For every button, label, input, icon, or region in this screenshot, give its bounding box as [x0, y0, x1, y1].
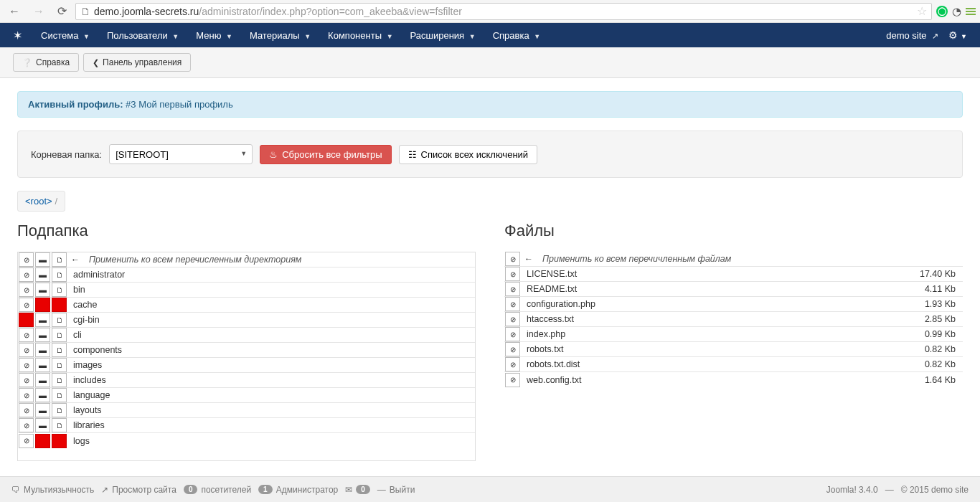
nav-item-2[interactable]: Меню ▼	[187, 24, 241, 47]
filter-toggle[interactable]: 🗋	[52, 283, 67, 297]
file-filter-toggle[interactable]: ⊘	[505, 357, 520, 371]
settings-menu[interactable]: ⚙ ▼	[948, 29, 967, 41]
file-name[interactable]: README.txt	[521, 284, 925, 294]
folder-name[interactable]: logs	[67, 436, 475, 446]
folder-name[interactable]: libraries	[67, 420, 475, 430]
multilang-link[interactable]: 🗨Мультиязычность	[11, 485, 94, 495]
filter-toggle[interactable]: ▬	[35, 313, 50, 327]
extension-icon[interactable]: ◯	[936, 6, 948, 17]
file-name[interactable]: index.php	[521, 329, 925, 339]
extension-clock-icon[interactable]: ◔	[952, 5, 961, 18]
filter-toggle[interactable]: ⊘	[19, 403, 34, 417]
filter-toggle[interactable]: ▬	[35, 267, 50, 282]
file-filter-toggle[interactable]: ⊘	[505, 327, 520, 341]
file-filter-toggle[interactable]: ⊘	[505, 282, 520, 296]
file-filter-toggle[interactable]: ⊘	[505, 342, 520, 356]
filter-toggle[interactable]: ▬	[35, 358, 50, 372]
filter-toggle[interactable]: ⊘	[19, 358, 34, 372]
file-name[interactable]: LICENSE.txt	[521, 269, 920, 279]
browser-menu-icon[interactable]	[966, 8, 976, 15]
folder-all-icon[interactable]: ▬	[35, 252, 50, 267]
nav-item-1[interactable]: Пользователи ▼	[98, 24, 187, 47]
filter-toggle[interactable]: ⊘	[19, 343, 34, 357]
help-button[interactable]: ❔Справка	[13, 53, 79, 72]
filter-toggle[interactable]: 🗋	[52, 358, 67, 372]
filter-toggle[interactable]	[35, 434, 50, 448]
logout-link[interactable]: —Выйти	[377, 485, 415, 495]
nav-item-6[interactable]: Справка ▼	[484, 24, 550, 47]
folder-name[interactable]: bin	[67, 285, 475, 295]
nav-item-4[interactable]: Компоненты ▼	[319, 24, 401, 47]
folder-name[interactable]: images	[67, 360, 475, 370]
preview-site-link[interactable]: ↗Просмотр сайта	[101, 485, 176, 495]
filter-toggle[interactable]: 🗋	[52, 418, 67, 432]
filter-toggle[interactable]	[52, 434, 67, 448]
filter-toggle[interactable]: ⊘	[19, 373, 34, 387]
folder-name[interactable]: includes	[67, 375, 475, 385]
nav-item-3[interactable]: Материалы ▼	[241, 24, 319, 47]
filter-toggle[interactable]	[52, 298, 67, 312]
exclude-all-icon[interactable]: ⊘	[19, 252, 34, 267]
folder-name[interactable]: language	[67, 390, 475, 400]
filter-toggle[interactable]: 🗋	[52, 328, 67, 342]
folder-name[interactable]: components	[67, 345, 475, 355]
filter-toggle[interactable]: 🗋	[52, 267, 67, 282]
file-filter-toggle[interactable]: ⊘	[505, 312, 520, 326]
filter-toggle[interactable]: ⊘	[19, 418, 34, 432]
forward-button[interactable]: →	[29, 3, 49, 20]
filter-toggle[interactable]: ⊘	[19, 434, 34, 448]
file-name[interactable]: configuration.php	[521, 299, 925, 309]
nav-item-0[interactable]: Система ▼	[32, 24, 98, 47]
filter-toggle[interactable]: ⊘	[19, 298, 34, 312]
filter-toggle[interactable]: ⊘	[19, 328, 34, 342]
filter-toggle[interactable]: 🗋	[52, 388, 67, 402]
folder-name[interactable]: cli	[67, 330, 475, 340]
site-link[interactable]: demo site	[886, 30, 938, 41]
filter-toggle[interactable]	[19, 313, 34, 327]
filter-toggle[interactable]: 🗋	[52, 313, 67, 327]
folder-name[interactable]: layouts	[67, 405, 475, 415]
bookmark-star-icon[interactable]: ☆	[917, 4, 927, 18]
filter-toggle[interactable]: ▬	[35, 418, 50, 432]
admins-count[interactable]: 1Администратор	[258, 485, 338, 495]
list-exclusions-button[interactable]: ☷Список всех исключений	[399, 145, 538, 164]
file-filter-toggle[interactable]: ⊘	[505, 267, 520, 281]
filter-toggle[interactable]: ▬	[35, 373, 50, 387]
files-panel[interactable]: ⊘←Применить ко всем перечичленным файлам…	[504, 252, 963, 461]
folder-name[interactable]: cgi-bin	[67, 315, 475, 325]
nav-item-5[interactable]: Расширения ▼	[402, 24, 484, 47]
apply-back-icon[interactable]: ←	[67, 255, 83, 265]
root-folder-select[interactable]: [SITEROOT]	[109, 144, 253, 164]
filter-toggle[interactable]: ⊘	[19, 283, 34, 297]
filter-toggle[interactable]: ▬	[35, 388, 50, 402]
file-filter-toggle[interactable]: ⊘	[505, 297, 520, 311]
filter-toggle[interactable]: ⊘	[19, 388, 34, 402]
filter-toggle[interactable]: 🗋	[52, 403, 67, 417]
visitors-count[interactable]: 0посетителей	[184, 485, 251, 495]
exclude-all-files-icon[interactable]: ⊘	[505, 252, 520, 266]
file-name[interactable]: htaccess.txt	[521, 314, 925, 324]
folder-name[interactable]: administrator	[67, 270, 475, 280]
back-button[interactable]: ←	[4, 3, 24, 20]
file-name[interactable]: robots.txt.dist	[521, 359, 925, 369]
filter-toggle[interactable]: ▬	[35, 328, 50, 342]
cpanel-button[interactable]: ❮Панель управления	[83, 53, 191, 72]
filter-toggle[interactable]: ▬	[35, 283, 50, 297]
filter-toggle[interactable]: ▬	[35, 403, 50, 417]
file-name[interactable]: web.config.txt	[521, 375, 925, 385]
joomla-logo-icon[interactable]: ✶	[13, 29, 22, 42]
messages-link[interactable]: ✉0	[345, 485, 370, 495]
filter-toggle[interactable]: ▬	[35, 343, 50, 357]
filter-toggle[interactable]: ⊘	[19, 267, 34, 282]
reload-button[interactable]: ⟳	[53, 2, 71, 20]
breadcrumb-root[interactable]: <root>	[25, 196, 52, 207]
active-profile-link[interactable]: Активный профиль: #3 Мой первый профиль	[28, 99, 233, 110]
url-bar[interactable]: 🗋 demo.joomla-secrets.ru/administrator/i…	[75, 3, 932, 20]
reset-filters-button[interactable]: ♨Сбросить все фильтры	[260, 145, 391, 164]
filter-toggle[interactable]	[35, 298, 50, 312]
folder-name[interactable]: cache	[67, 300, 475, 310]
filter-toggle[interactable]: 🗋	[52, 373, 67, 387]
folders-panel[interactable]: ⊘▬🗋←Применить ко всем перечисленным дире…	[17, 252, 476, 461]
filter-toggle[interactable]: 🗋	[52, 343, 67, 357]
apply-files-back-icon[interactable]: ←	[521, 254, 537, 264]
